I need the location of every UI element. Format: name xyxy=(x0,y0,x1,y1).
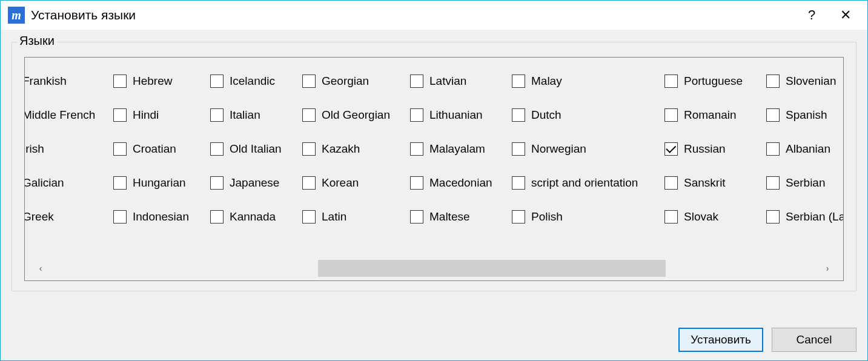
install-button[interactable]: Установить xyxy=(678,328,763,352)
language-label: Portuguese xyxy=(684,75,743,88)
scroll-thumb[interactable] xyxy=(318,260,666,277)
language-item[interactable]: Maltese xyxy=(410,210,505,224)
language-item[interactable]: Dutch xyxy=(512,108,657,122)
language-item[interactable]: Macedonian xyxy=(410,176,505,190)
scroll-right-button[interactable]: › xyxy=(820,260,835,277)
language-item[interactable]: Korean xyxy=(302,176,403,190)
language-item[interactable]: Italian xyxy=(210,108,295,122)
language-checkbox[interactable] xyxy=(210,75,224,88)
language-item[interactable]: Icelandic xyxy=(210,75,295,88)
language-checkbox[interactable] xyxy=(766,142,780,156)
language-item[interactable]: script and orientation xyxy=(512,176,657,190)
language-item[interactable]: Hebrew xyxy=(113,75,203,88)
language-checkbox[interactable] xyxy=(302,176,316,190)
language-item[interactable]: Norwegian xyxy=(512,142,657,156)
language-column: HebrewHindiCroatianHungarianIndonesian xyxy=(110,75,207,256)
languages-grid: FrankishMiddle FrenchIrishGalicianGreekH… xyxy=(24,58,844,256)
language-checkbox[interactable] xyxy=(210,210,224,224)
language-column: MalayDutchNorwegianscript and orientatio… xyxy=(508,75,661,256)
language-checkbox[interactable] xyxy=(302,75,316,88)
language-label: Russian xyxy=(684,142,726,156)
language-checkbox[interactable] xyxy=(302,142,316,156)
language-checkbox[interactable] xyxy=(664,75,678,88)
language-checkbox[interactable] xyxy=(664,108,678,122)
language-item[interactable]: Portuguese xyxy=(664,75,759,88)
language-item[interactable]: Latin xyxy=(302,210,403,224)
language-checkbox[interactable] xyxy=(766,176,780,190)
language-item[interactable]: Polish xyxy=(512,210,657,224)
language-label: Italian xyxy=(230,108,260,122)
language-label: Hungarian xyxy=(133,176,186,190)
language-checkbox[interactable] xyxy=(410,75,423,88)
language-checkbox[interactable] xyxy=(512,108,525,122)
language-item[interactable]: Frankish xyxy=(24,75,106,88)
language-item[interactable]: Sanskrit xyxy=(664,176,759,190)
language-item[interactable]: Croatian xyxy=(113,142,203,156)
language-label: Albanian xyxy=(786,142,830,156)
language-checkbox[interactable] xyxy=(410,210,423,224)
language-checkbox[interactable] xyxy=(410,108,423,122)
language-item[interactable]: Russian xyxy=(664,142,759,156)
language-item[interactable]: Slovak xyxy=(664,210,759,224)
language-item[interactable]: Kannada xyxy=(210,210,295,224)
language-checkbox[interactable] xyxy=(210,108,224,122)
language-item[interactable]: Kazakh xyxy=(302,142,403,156)
language-item[interactable]: Serbian xyxy=(766,176,844,190)
scroll-track[interactable] xyxy=(48,260,820,277)
language-checkbox[interactable] xyxy=(664,210,678,224)
language-checkbox[interactable] xyxy=(766,108,780,122)
language-item[interactable]: Old Italian xyxy=(210,142,295,156)
language-item[interactable]: Irish xyxy=(24,142,106,156)
scroll-left-button[interactable]: ‹ xyxy=(33,260,48,277)
language-label: Romanain xyxy=(684,108,737,122)
language-checkbox[interactable] xyxy=(512,210,525,224)
language-item[interactable]: Serbian (Latin) xyxy=(766,210,844,224)
dialog-content: Языки FrankishMiddle FrenchIrishGalician… xyxy=(1,30,867,317)
language-checkbox[interactable] xyxy=(512,176,525,190)
language-item[interactable]: Slovenian xyxy=(766,75,844,88)
language-item[interactable]: Lithuanian xyxy=(410,108,505,122)
language-item[interactable]: Hindi xyxy=(113,108,203,122)
language-checkbox[interactable] xyxy=(113,108,127,122)
close-button[interactable]: ✕ xyxy=(829,1,863,30)
language-checkbox[interactable] xyxy=(302,210,316,224)
language-checkbox[interactable] xyxy=(410,176,423,190)
language-label: Frankish xyxy=(24,75,67,88)
language-checkbox[interactable] xyxy=(766,210,780,224)
language-checkbox[interactable] xyxy=(664,176,678,190)
language-checkbox[interactable] xyxy=(113,210,127,224)
language-item[interactable]: Malay xyxy=(512,75,657,88)
language-checkbox[interactable] xyxy=(210,176,224,190)
language-checkbox[interactable] xyxy=(410,142,423,156)
language-item[interactable]: Romanain xyxy=(664,108,759,122)
language-item[interactable]: Latvian xyxy=(410,75,505,88)
help-button[interactable]: ? xyxy=(795,1,829,30)
language-checkbox[interactable] xyxy=(113,176,127,190)
language-checkbox[interactable] xyxy=(664,142,678,156)
language-item[interactable]: Georgian xyxy=(302,75,403,88)
language-item[interactable]: Middle French xyxy=(24,108,106,122)
language-item[interactable]: Albanian xyxy=(766,142,844,156)
language-checkbox[interactable] xyxy=(113,142,127,156)
language-item[interactable]: Hungarian xyxy=(113,176,203,190)
language-checkbox[interactable] xyxy=(302,108,316,122)
language-label: Dutch xyxy=(531,108,562,122)
language-item[interactable]: Spanish xyxy=(766,108,844,122)
horizontal-scrollbar[interactable]: ‹ › xyxy=(33,260,835,277)
language-item[interactable]: Greek xyxy=(24,210,106,224)
language-item[interactable]: Japanese xyxy=(210,176,295,190)
language-column: LatvianLithuanianMalayalamMacedonianMalt… xyxy=(406,75,508,256)
language-item[interactable]: Old Georgian xyxy=(302,108,403,122)
language-checkbox[interactable] xyxy=(512,142,525,156)
language-checkbox[interactable] xyxy=(766,75,780,88)
language-item[interactable]: Malayalam xyxy=(410,142,505,156)
language-item[interactable]: Indonesian xyxy=(113,210,203,224)
language-label: Hebrew xyxy=(133,75,172,88)
language-item[interactable]: Galician xyxy=(24,176,106,190)
language-checkbox[interactable] xyxy=(210,142,224,156)
language-checkbox[interactable] xyxy=(512,75,525,88)
cancel-button[interactable]: Cancel xyxy=(772,328,856,352)
language-checkbox[interactable] xyxy=(113,75,127,88)
language-label: Kannada xyxy=(230,210,276,224)
language-column: IcelandicItalianOld ItalianJapaneseKanna… xyxy=(207,75,299,256)
